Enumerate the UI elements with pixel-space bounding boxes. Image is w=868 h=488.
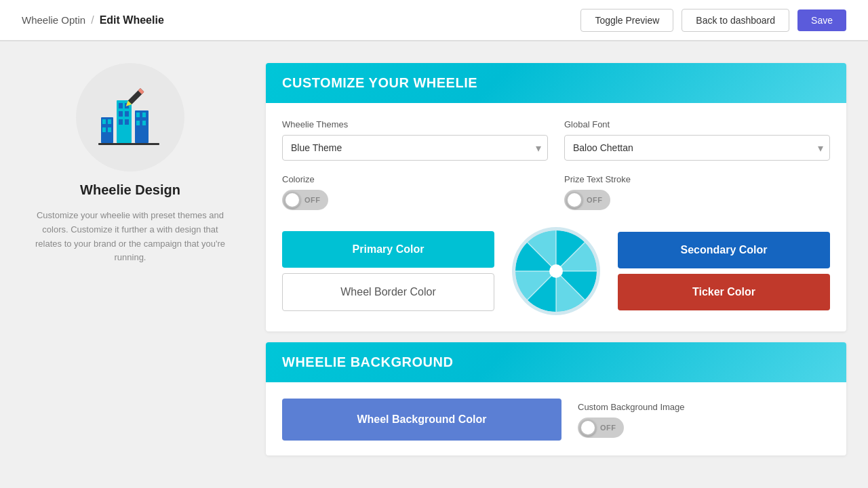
font-group: Global Font Baloo Chettan Arial Roboto O…: [564, 119, 830, 161]
prize-text-state: OFF: [587, 196, 603, 204]
breadcrumb: Wheelie Optin / Edit Wheelie: [22, 14, 164, 26]
color-right: Secondary Color Ticker Color: [618, 232, 830, 310]
svg-rect-9: [125, 111, 129, 117]
svg-rect-10: [119, 119, 123, 125]
wheel-border-color-button[interactable]: Wheel Border Color: [282, 273, 494, 311]
custom-bg-label: Custom Background Image: [578, 402, 830, 412]
svg-rect-13: [136, 113, 140, 117]
colorize-label: Colorize: [282, 174, 548, 184]
color-left: Primary Color Wheel Border Color: [282, 231, 494, 311]
background-section: Wheel Background Color Custom Background…: [282, 399, 830, 441]
header: Wheelie Optin / Edit Wheelie Toggle Prev…: [0, 0, 868, 41]
page-title: Edit Wheelie: [100, 14, 164, 26]
content-area: CUSTOMIZE YOUR WHEELIE Wheelie Themes Bl…: [266, 63, 846, 466]
colorize-toggle[interactable]: OFF: [282, 190, 328, 210]
svg-rect-16: [142, 121, 146, 125]
toggle-preview-button[interactable]: Toggle Preview: [580, 9, 673, 32]
wheel-svg: [509, 224, 604, 319]
toggles-row: Colorize OFF Prize Text Stroke OFF: [282, 174, 830, 210]
wheelie-design-icon: [93, 80, 167, 155]
color-section: Primary Color Wheel Border Color: [282, 224, 830, 319]
themes-font-row: Wheelie Themes Blue Theme Red Theme Gree…: [282, 119, 830, 161]
ticker-color-button[interactable]: Ticker Color: [618, 274, 830, 310]
sidebar-description: Customize your wheelie with preset theme…: [35, 209, 225, 265]
themes-label: Wheelie Themes: [282, 119, 548, 129]
custom-bg-knob: [580, 420, 596, 436]
background-card-header: WHEELIE BACKGROUND: [266, 342, 846, 382]
svg-rect-3: [102, 127, 106, 132]
svg-rect-1: [102, 119, 106, 124]
customize-card-header: CUSTOMIZE YOUR WHEELIE: [266, 63, 846, 103]
breadcrumb-separator: /: [91, 14, 94, 26]
svg-rect-2: [108, 119, 111, 124]
font-label: Global Font: [564, 119, 830, 129]
themes-group: Wheelie Themes Blue Theme Red Theme Gree…: [282, 119, 548, 161]
sidebar-title: Wheelie Design: [80, 182, 180, 198]
wheel-background-color-button[interactable]: Wheel Background Color: [282, 399, 561, 441]
svg-rect-6: [119, 103, 123, 108]
prize-text-label: Prize Text Stroke: [564, 174, 830, 184]
colorize-group: Colorize OFF: [282, 174, 548, 210]
avatar: [76, 63, 184, 171]
secondary-color-button[interactable]: Secondary Color: [618, 232, 830, 268]
colorize-knob: [284, 192, 300, 208]
background-card-body: Wheel Background Color Custom Background…: [266, 382, 846, 455]
main-content: Wheelie Design Customize your wheelie wi…: [0, 41, 868, 488]
customize-card-body: Wheelie Themes Blue Theme Red Theme Gree…: [266, 103, 846, 331]
back-to-dashboard-button[interactable]: Back to dashboard: [682, 9, 789, 32]
header-actions: Toggle Preview Back to dashboard Save: [580, 9, 846, 32]
custom-bg-toggle[interactable]: OFF: [578, 418, 624, 438]
prize-text-knob: [566, 192, 583, 208]
font-select[interactable]: Baloo Chettan Arial Roboto Open Sans: [564, 135, 830, 161]
colorize-state: OFF: [304, 196, 321, 204]
svg-rect-4: [108, 127, 111, 132]
svg-rect-14: [142, 113, 146, 117]
save-button[interactable]: Save: [797, 9, 846, 31]
themes-select[interactable]: Blue Theme Red Theme Green Theme Custom: [282, 135, 548, 161]
svg-rect-17: [98, 143, 159, 145]
svg-point-27: [549, 264, 563, 278]
customize-card: CUSTOMIZE YOUR WHEELIE Wheelie Themes Bl…: [266, 63, 846, 331]
sidebar: Wheelie Design Customize your wheelie wi…: [22, 63, 239, 466]
background-card: WHEELIE BACKGROUND Wheel Background Colo…: [266, 342, 846, 455]
svg-rect-11: [125, 119, 129, 125]
font-select-wrapper: Baloo Chettan Arial Roboto Open Sans ▾: [564, 135, 830, 161]
custom-bg-group: Custom Background Image OFF: [578, 402, 830, 438]
prize-text-group: Prize Text Stroke OFF: [564, 174, 830, 210]
prize-text-toggle[interactable]: OFF: [564, 190, 610, 210]
themes-select-wrapper: Blue Theme Red Theme Green Theme Custom …: [282, 135, 548, 161]
custom-bg-state: OFF: [600, 424, 616, 432]
primary-color-button[interactable]: Primary Color: [282, 231, 494, 268]
svg-rect-8: [119, 111, 123, 117]
svg-rect-15: [136, 121, 140, 125]
brand-name: Wheelie Optin: [22, 14, 85, 26]
wheel-preview: [505, 224, 607, 319]
